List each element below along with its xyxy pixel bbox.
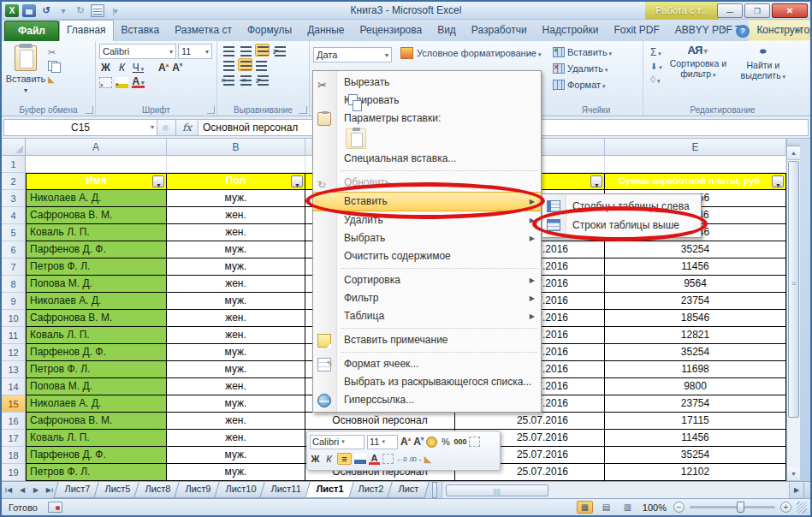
tab-Вставка[interactable]: Вставка <box>114 20 168 41</box>
cell-salary[interactable]: 23754 <box>605 395 786 413</box>
align-left-icon[interactable] <box>221 58 235 71</box>
clipboard-dialog-launcher-icon[interactable] <box>86 106 93 114</box>
filter-icon-salary[interactable] <box>772 175 784 187</box>
row-header-10[interactable]: 10 <box>2 310 26 327</box>
minimize-ribbon-icon[interactable] <box>717 25 731 38</box>
submenu-item-столбцы-таблицы-слева[interactable]: Столбцы таблицы слева <box>542 197 701 216</box>
cell-position[interactable]: Основной персонал <box>305 413 455 430</box>
cell-sex[interactable]: жен. <box>167 310 305 327</box>
font-size-select[interactable]: 11 <box>178 44 212 59</box>
align-top-icon[interactable] <box>221 44 235 56</box>
menu-item-выбрать-из-раскрывающегося-списка-[interactable]: Выбрать из раскрывающегося списка... <box>313 373 541 391</box>
mini-font-color-icon[interactable]: А <box>369 454 380 465</box>
font-dialog-launcher-icon[interactable] <box>207 106 215 114</box>
row-header-1[interactable]: 1 <box>2 156 26 173</box>
cell-name[interactable]: Попова М. Д. <box>26 378 167 395</box>
menu-item-сортировка[interactable]: Сортировка▶ <box>313 271 541 289</box>
formula-cancel-enter[interactable] <box>157 119 176 136</box>
tab-Разработчи[interactable]: Разработчи <box>464 20 535 41</box>
menu-item-параметры-вставки-[interactable]: Параметры вставки: <box>313 110 541 128</box>
cell-salary[interactable]: 11698 <box>605 361 786 378</box>
row-header-5[interactable]: 5 <box>2 224 26 241</box>
mini-increase-font-icon[interactable]: A <box>400 436 411 448</box>
menu-item-фильтр[interactable]: Фильтр▶ <box>313 289 541 307</box>
help-icon[interactable] <box>736 25 750 38</box>
cell-salary[interactable]: 35254 <box>605 344 786 361</box>
row-header-2[interactable]: 2 <box>2 173 26 190</box>
mini-italic-button[interactable]: К <box>323 454 335 464</box>
mini-thousands-icon[interactable]: 000 <box>453 437 466 446</box>
cell-name[interactable]: Сафронова В. М. <box>26 413 167 430</box>
mini-center-button[interactable] <box>337 453 352 465</box>
cell-sex[interactable]: жен. <box>167 378 305 395</box>
format-painter-icon[interactable] <box>48 74 60 84</box>
cell-salary[interactable]: 35254 <box>605 241 786 258</box>
cell-sex[interactable]: муж. <box>167 293 305 310</box>
mini-bold-button[interactable]: Ж <box>310 454 321 464</box>
column-header-A[interactable]: A <box>26 139 167 156</box>
horizontal-scroll-thumb[interactable] <box>446 484 548 496</box>
cell-salary[interactable]: 11456 <box>605 430 786 447</box>
sheet-tab-Лист1[interactable]: Лист1 <box>305 482 354 498</box>
row-header-19[interactable]: 19 <box>2 464 26 481</box>
insert-cells-button[interactable]: Вставить <box>553 44 639 60</box>
cell-A1[interactable] <box>26 156 167 173</box>
column-header-E[interactable]: E <box>605 139 786 156</box>
cell-sex[interactable]: муж. <box>167 258 305 276</box>
mini-decrease-font-icon[interactable]: A <box>413 436 424 448</box>
insert-function-icon[interactable]: fx <box>176 119 199 136</box>
tab-Рецензирова[interactable]: Рецензирова <box>352 20 430 41</box>
workbook-minimize-icon[interactable] <box>755 25 768 38</box>
row-header-16[interactable]: 16 <box>2 413 26 430</box>
row-header-6[interactable]: 6 <box>2 241 26 258</box>
row-header-15[interactable]: 15 <box>2 395 26 413</box>
quick-table-icon[interactable] <box>91 4 104 17</box>
row-header-17[interactable]: 17 <box>2 430 26 447</box>
cell-sex[interactable]: муж. <box>167 447 305 464</box>
cell-name[interactable]: Коваль Л. П. <box>26 327 167 344</box>
row-header-9[interactable]: 9 <box>2 293 26 310</box>
sheet-tab-Лист[interactable]: Лист <box>387 482 429 498</box>
menu-item-таблица[interactable]: Таблица▶ <box>313 307 541 325</box>
scroll-down-icon[interactable] <box>787 467 800 481</box>
cell-salary[interactable]: 18546 <box>605 310 786 327</box>
copy-icon[interactable] <box>48 61 60 71</box>
filter-icon-name[interactable] <box>152 175 164 187</box>
zoom-in-icon[interactable]: + <box>780 502 791 513</box>
cell-sex[interactable]: жен. <box>167 430 305 447</box>
tab-file[interactable]: Файл <box>4 21 59 41</box>
filter-icon-date[interactable] <box>590 175 602 187</box>
row-header-4[interactable]: 4 <box>2 207 26 224</box>
prev-sheet-icon[interactable] <box>15 482 29 498</box>
format-cells-button[interactable]: Формат <box>553 76 639 92</box>
cell-sex[interactable]: жен. <box>167 327 305 344</box>
menu-item-выбрать[interactable]: Выбрать▶ <box>313 229 541 247</box>
vertical-scroll-thumb[interactable] <box>788 161 799 418</box>
number-format-select[interactable]: Дата <box>313 47 392 62</box>
redo-icon[interactable] <box>74 4 87 17</box>
row-header-14[interactable]: 14 <box>2 378 26 395</box>
wrap-text-icon[interactable] <box>255 73 270 86</box>
increase-indent-icon[interactable] <box>238 73 252 86</box>
view-normal-icon[interactable] <box>577 501 593 514</box>
decrease-font-icon[interactable]: A <box>172 62 182 74</box>
excel-logo-icon[interactable] <box>5 4 19 17</box>
menu-item-формат-ячеек-[interactable]: Формат ячеек... <box>313 355 541 373</box>
row-header-18[interactable]: 18 <box>2 447 26 464</box>
cell-sex[interactable]: жен. <box>167 276 305 293</box>
workbook-restore-icon[interactable] <box>773 25 787 38</box>
row-header-8[interactable]: 8 <box>2 276 26 293</box>
scroll-up-icon[interactable] <box>787 146 800 160</box>
mini-font-select[interactable]: Calibri <box>310 435 365 449</box>
tab-split-handle[interactable] <box>432 482 437 498</box>
tab-Формулы[interactable]: Формулы <box>240 20 299 41</box>
menu-item-удалить[interactable]: Удалить▶ <box>313 211 541 229</box>
mini-merge-icon[interactable] <box>469 437 480 447</box>
cell-name[interactable]: Николаев А. Д. <box>26 395 167 413</box>
find-select-button[interactable]: Найти и выделить <box>731 44 796 88</box>
first-sheet-icon[interactable] <box>2 482 15 498</box>
undo-dropdown-icon[interactable] <box>56 4 70 17</box>
cell-name[interactable]: Николаев А. Д. <box>26 190 167 207</box>
cell-sex[interactable]: муж. <box>167 464 305 481</box>
column-header-B[interactable]: B <box>167 139 305 156</box>
